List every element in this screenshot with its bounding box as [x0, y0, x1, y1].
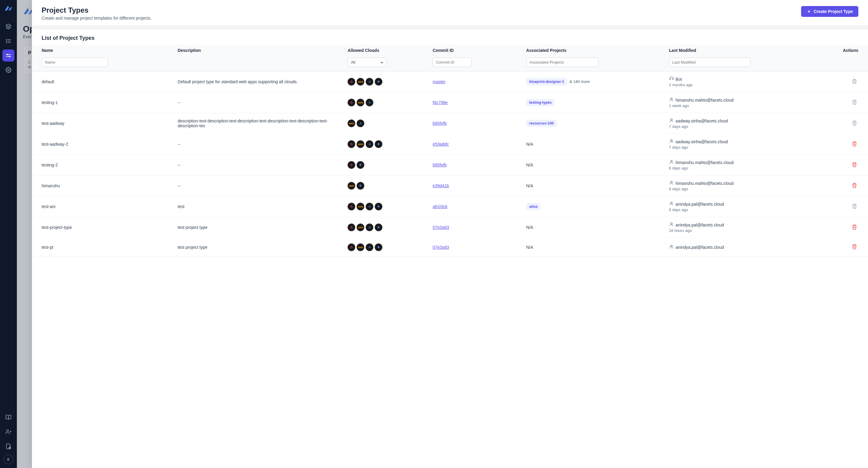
svg-point-23: [671, 160, 672, 162]
cell-clouds: ◔awsA✱: [344, 238, 429, 257]
gcp-cloud-icon: ◔: [347, 161, 355, 169]
cell-actions: [810, 196, 868, 217]
project-badge[interactable]: resources-100: [526, 120, 557, 127]
svg-point-6: [7, 54, 8, 55]
primary-sidebar: ! K: [0, 0, 17, 468]
projects-na: N/A: [526, 163, 533, 167]
cell-name: himanshu: [32, 175, 174, 196]
filter-clouds-select[interactable]: All: [347, 58, 387, 67]
commit-link[interactable]: 07e3a93: [433, 245, 449, 250]
modified-user: Bot: [676, 77, 682, 82]
cell-last-modified: anindya.pal@facets.cloud: [665, 238, 810, 257]
modified-by: anindya.pal@facets.cloud: [669, 201, 807, 207]
projects-na: N/A: [526, 225, 533, 230]
cell-description: --: [174, 134, 344, 155]
cell-last-modified: anindya.pal@facets.cloud18 hours ago: [665, 217, 810, 238]
svg-point-27: [671, 245, 672, 247]
modified-by: anindya.pal@facets.cloud: [669, 222, 807, 228]
commit-link[interactable]: b85fefb: [433, 121, 447, 126]
commit-link[interactable]: master: [433, 79, 445, 84]
delete-button[interactable]: [850, 161, 858, 170]
filter-modified-input[interactable]: [669, 58, 750, 67]
k8s-cloud-icon: ✱: [375, 203, 382, 210]
cell-projects: N/A: [523, 175, 665, 196]
cell-last-modified: himanshu.mahto@facets.cloud6 days ago: [665, 175, 810, 196]
svg-point-26: [671, 223, 672, 224]
project-badge[interactable]: testing-types: [526, 99, 555, 106]
cell-name: test-project-type: [32, 217, 174, 238]
gcp-cloud-icon: ◔: [347, 98, 355, 107]
cell-actions: [810, 238, 868, 257]
table-row: test-aadway-2--◔awsA✱e53a8dcN/Aaadway.si…: [32, 134, 868, 155]
project-badge[interactable]: blueprint-designer-1: [526, 78, 567, 85]
delete-button[interactable]: [850, 202, 858, 211]
filter-name-input[interactable]: [41, 58, 108, 67]
col-commit: Commit ID: [429, 45, 522, 56]
filter-commit-input[interactable]: [433, 58, 472, 67]
commit-link[interactable]: 07e3a93: [433, 225, 449, 230]
commit-link[interactable]: e39d41b: [433, 183, 449, 188]
create-project-type-button[interactable]: Create Project Type: [801, 6, 858, 17]
cell-commit: 07e3a93: [429, 217, 522, 238]
project-types-table: Name Description Allowed Clouds Commit I…: [32, 45, 868, 257]
col-projects: Associated Projects: [523, 45, 665, 56]
cell-clouds: ◔✱: [344, 155, 429, 175]
nav-doc-alert-icon[interactable]: !: [2, 440, 14, 452]
modified-time: 6 days ago: [669, 207, 807, 212]
nav-gear-icon[interactable]: [2, 64, 14, 76]
cell-clouds: aws✱: [344, 175, 429, 196]
delete-button[interactable]: [850, 119, 858, 128]
cell-name: default: [32, 71, 174, 92]
col-description: Description: [174, 45, 344, 56]
delete-button[interactable]: [850, 98, 858, 107]
cell-name: test-aadway-2: [32, 134, 174, 155]
cell-actions: [810, 113, 868, 134]
commit-link[interactable]: e53a8dc: [433, 142, 449, 147]
col-name: Name: [32, 45, 174, 56]
k8s-cloud-icon: ✱: [375, 78, 382, 86]
delete-button[interactable]: [850, 243, 858, 252]
nav-add-user-icon[interactable]: [2, 426, 14, 438]
svg-point-20: [671, 98, 672, 99]
svg-point-13: [7, 430, 9, 432]
nav-book-icon[interactable]: [2, 411, 14, 423]
delete-button[interactable]: [850, 223, 858, 232]
delete-button[interactable]: [850, 140, 858, 149]
cell-actions: [810, 175, 868, 196]
cell-actions: [810, 92, 868, 113]
modified-user: anindya.pal@facets.cloud: [676, 202, 724, 207]
table-row: test-anitest◔awsA✱afc03cbadsaanindya.pal…: [32, 196, 868, 217]
cell-last-modified: anindya.pal@facets.cloud6 days ago: [665, 196, 810, 217]
cell-name: test-aadway: [32, 113, 174, 134]
cell-clouds: awsA: [344, 113, 429, 134]
project-badge[interactable]: adsa: [526, 203, 540, 210]
delete-button[interactable]: [850, 78, 858, 86]
nav-list-icon[interactable]: [2, 35, 14, 47]
commit-link[interactable]: fdc798e: [433, 100, 447, 105]
nav-layers-icon[interactable]: [2, 21, 14, 33]
filter-projects-input[interactable]: [526, 58, 598, 67]
cell-actions: [810, 71, 868, 92]
table-row: test-aadwaydescription-text-description-…: [32, 113, 868, 134]
cell-description: --: [174, 155, 344, 175]
commit-link[interactable]: afc03cb: [433, 204, 447, 209]
modified-user: himanshu.mahto@facets.cloud: [676, 160, 734, 165]
cell-commit: fdc798e: [429, 92, 522, 113]
svg-point-25: [671, 202, 672, 204]
cell-description: description-text-description-text-descri…: [174, 113, 344, 134]
person-icon: [669, 139, 674, 144]
table-row: testing-1--◔awsAfdc798etesting-typeshima…: [32, 92, 868, 113]
commit-link[interactable]: b85fefb: [433, 163, 447, 167]
aws-cloud-icon: aws: [356, 243, 364, 251]
modified-by: Bot: [669, 76, 807, 82]
cell-description: --: [174, 175, 344, 196]
delete-button[interactable]: [850, 181, 858, 190]
cell-name: testing-2: [32, 155, 174, 175]
cell-actions: [810, 217, 868, 238]
nav-settings-sliders-icon[interactable]: [2, 50, 14, 61]
user-avatar[interactable]: K: [4, 455, 13, 464]
gcp-cloud-icon: ◔: [347, 78, 355, 86]
azure-cloud-icon: A: [356, 119, 364, 127]
cell-commit: b85fefb: [429, 113, 522, 134]
cell-actions: [810, 134, 868, 155]
